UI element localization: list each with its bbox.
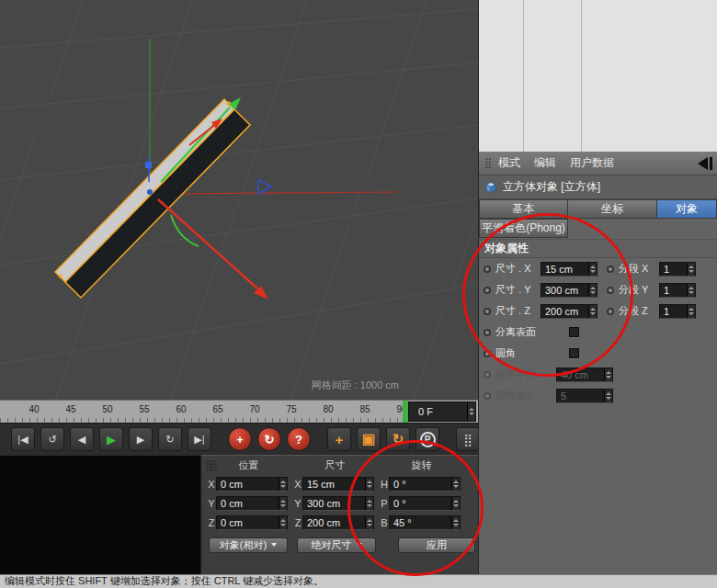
stepper[interactable] <box>687 284 695 297</box>
stepper[interactable] <box>588 284 597 297</box>
viewport-3d[interactable]: 网格间距 : 1000 cm <box>0 0 478 400</box>
scale-tool-button[interactable]: ▣ <box>357 427 381 451</box>
rotation-p-field[interactable]: 0 ° <box>389 496 461 511</box>
play-button[interactable]: ▶ <box>99 427 123 451</box>
coord-system-button[interactable]: P <box>415 427 439 451</box>
coordinates-panel: ⣿⣿ 位置 尺寸 旋转 X 0 cm X 15 cm H 0 ° Y 0 cm … <box>200 455 478 574</box>
stepper[interactable] <box>451 516 460 529</box>
jump-to-end-button[interactable]: ▶| <box>188 427 211 451</box>
previous-frame-button[interactable]: ◀ <box>70 427 94 451</box>
stepper[interactable] <box>279 497 287 510</box>
attr-seg-y-field[interactable]: 1 <box>659 283 696 298</box>
attr-size-y-field[interactable]: 300 cm <box>541 283 598 298</box>
size-header: 尺寸 <box>304 458 391 472</box>
size-z-row: 尺寸 . Z 200 cm 分段 Z 1 <box>479 300 717 322</box>
fillet-subdivision-row: 圆角细分 5 <box>479 385 717 406</box>
ruler-tick: 45 <box>61 404 81 414</box>
move-tool-button[interactable]: + <box>327 427 351 451</box>
size-mode-dropdown[interactable]: 绝对尺寸 <box>297 537 376 553</box>
size-y-field[interactable]: 300 cm <box>302 496 374 511</box>
section-header: 对象属性 <box>479 239 717 258</box>
stepper[interactable] <box>588 263 597 276</box>
size-z-field[interactable]: 200 cm <box>302 515 374 530</box>
keyframe-dot[interactable] <box>607 287 614 294</box>
status-bar: 编辑模式时按住 SHIFT 键增加选择对象；按住 CTRL 键减少选择对象。 <box>0 574 717 588</box>
arrow-left-icon <box>698 157 708 170</box>
tab-basic[interactable]: 基本 <box>479 199 568 219</box>
stepper[interactable] <box>687 305 695 318</box>
tab-phong[interactable]: 平滑着色(Phong) <box>479 219 568 238</box>
grip-icon[interactable]: ⣿⣿ <box>205 459 216 471</box>
coord-mode-dropdown[interactable]: 对象(相对) <box>209 537 288 553</box>
keyframe-dot[interactable] <box>607 308 614 315</box>
keyframe-dot[interactable] <box>607 266 614 273</box>
fillet-checkbox[interactable] <box>569 348 579 358</box>
attr-seg-z-field[interactable]: 1 <box>659 304 696 319</box>
jump-to-start-button[interactable]: |◀ <box>11 427 35 451</box>
keyframe-dot <box>484 371 491 379</box>
menu-userdata[interactable]: 用户数据 <box>570 155 614 171</box>
autokey-button[interactable]: ↻ <box>257 427 281 451</box>
keyframe-dot[interactable] <box>484 350 491 357</box>
record-keyframe-button[interactable]: + <box>228 427 252 451</box>
stepper[interactable] <box>365 497 373 510</box>
history-back-button[interactable] <box>698 157 712 170</box>
keyframe-dot[interactable] <box>484 266 491 273</box>
position-z-field[interactable]: 0 cm <box>216 515 288 530</box>
timeline-ruler[interactable]: 40 45 50 55 60 65 70 75 80 85 90 0 F <box>0 400 478 423</box>
axis-label: Z <box>207 517 216 528</box>
keyframe-dot[interactable] <box>484 287 491 294</box>
stepper[interactable] <box>365 478 373 491</box>
stepper[interactable] <box>687 263 695 276</box>
separate-surfaces-row: 分离表面 <box>479 322 717 343</box>
position-header: 位置 <box>218 458 304 472</box>
menu-edit[interactable]: 编辑 <box>534 155 556 171</box>
grip-icon[interactable]: ⣿ <box>484 157 492 169</box>
stepper[interactable] <box>365 516 373 529</box>
stepper <box>604 368 612 381</box>
fillet-radius-row: 圆角半径 40 cm <box>479 364 717 385</box>
chevron-down-icon <box>271 543 277 547</box>
separate-surfaces-checkbox[interactable] <box>569 327 579 337</box>
rotation-h-field[interactable]: 0 ° <box>389 477 461 492</box>
rotation-b-field[interactable]: 45 ° <box>389 515 461 530</box>
attr-seg-x-field[interactable]: 1 <box>659 262 696 277</box>
axis-label: P <box>380 498 389 509</box>
axis-label: Y <box>293 498 302 509</box>
stepper[interactable] <box>588 305 597 318</box>
attr-size-z-field[interactable]: 200 cm <box>541 304 598 319</box>
rotate-tool-button[interactable]: ↻ <box>386 427 410 451</box>
stepper[interactable] <box>451 497 460 510</box>
attr-size-x-field[interactable]: 15 cm <box>541 262 598 277</box>
stepper[interactable] <box>279 516 287 529</box>
ruler-tick: 75 <box>281 404 302 414</box>
panel-menu-button[interactable]: ⣿ <box>456 427 480 451</box>
size-x-field[interactable]: 15 cm <box>302 477 374 492</box>
tab-object[interactable]: 对象 <box>657 199 717 219</box>
next-frame-button[interactable]: ▶ <box>129 427 153 451</box>
viewport-canvas[interactable] <box>0 0 478 400</box>
p-circle-icon: P <box>420 432 436 447</box>
record-options-button[interactable]: ? <box>287 427 311 451</box>
position-x-field[interactable]: 0 cm <box>216 477 288 492</box>
current-frame-field[interactable]: 0 F <box>408 401 476 422</box>
keyframe-dot[interactable] <box>484 329 491 336</box>
attribute-tabs: 基本 坐标 对象 <box>479 199 717 219</box>
grid-spacing-label: 网格间距 : 1000 cm <box>312 379 399 392</box>
stepper[interactable] <box>279 478 287 491</box>
position-y-field[interactable]: 0 cm <box>216 496 288 511</box>
ruler-tick: 80 <box>318 404 338 414</box>
menu-mode[interactable]: 模式 <box>498 155 520 171</box>
transport-bar: |◀ ↺ ◀ ▶ ▶ ↻ ▶| + ↻ ? + ▣ ↻ P ⣿ <box>0 423 478 455</box>
frame-stepper[interactable] <box>467 402 475 421</box>
tab-coords[interactable]: 坐标 <box>568 199 657 219</box>
object-title-row: 立方体对象 [立方体] <box>479 175 717 199</box>
cycle-mode-button[interactable]: ↻ <box>158 427 182 451</box>
stepper[interactable] <box>451 478 460 491</box>
keyframe-dot[interactable] <box>484 308 491 315</box>
apply-button[interactable]: 应用 <box>398 537 475 553</box>
play-reverse-button[interactable]: ↺ <box>40 427 64 451</box>
axis-label: X <box>293 479 302 490</box>
ruler-tick: 85 <box>355 404 375 414</box>
cube-icon <box>484 181 497 194</box>
